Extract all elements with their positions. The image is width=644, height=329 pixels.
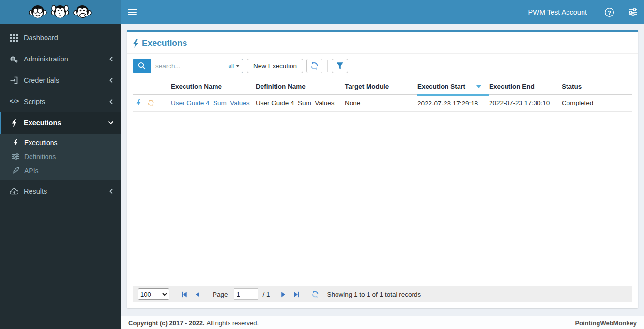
settings-sliders-icon[interactable] (623, 0, 642, 24)
search-group: all (133, 59, 243, 73)
total-pages-label: / 1 (263, 291, 270, 298)
pagination-refresh-button[interactable] (310, 289, 321, 299)
help-icon[interactable]: ? (599, 0, 619, 24)
submenu-item-apis[interactable]: APIs (0, 164, 121, 178)
submenu-item-label: Definitions (24, 153, 56, 161)
sidebar-item-label: Dashboard (24, 34, 58, 42)
column-header-execution-end[interactable]: Execution End (489, 79, 562, 95)
definition-name-cell: User Guide 4_Sum_Values (256, 95, 345, 111)
brand-logo[interactable] (0, 0, 121, 24)
bolt-icon (11, 139, 20, 146)
column-header-status[interactable]: Status (562, 79, 632, 95)
sidebar-item-scripts[interactable]: </> Scripts (0, 91, 121, 112)
column-header-actions (133, 79, 171, 95)
sort-desc-icon (476, 85, 481, 88)
sidebar-item-results[interactable]: Results (0, 180, 121, 202)
last-page-button[interactable] (291, 289, 302, 299)
chevron-left-icon (109, 77, 114, 83)
rocket-icon (11, 167, 20, 174)
search-icon (138, 62, 146, 70)
search-scope-dropdown[interactable]: all (228, 59, 240, 73)
sidebar-item-executions[interactable]: Executions (0, 112, 121, 134)
status-cell: Completed (562, 95, 632, 111)
application-window: PWM Test Account ? (0, 0, 644, 329)
svg-text:?: ? (608, 9, 611, 15)
chevron-left-icon (109, 188, 114, 194)
first-page-button[interactable] (179, 289, 189, 299)
execution-start-cell: 2022-07-23 17:29:18 (417, 95, 489, 111)
sidebar-item-label: Scripts (24, 98, 45, 105)
grid-icon (9, 34, 19, 42)
sidebar-item-credentials[interactable]: Credentials (0, 70, 121, 91)
submenu-item-definitions[interactable]: Definitions (0, 150, 121, 164)
sidebar-item-label: Executions (24, 119, 61, 127)
sidebar-item-label: Administration (24, 55, 68, 63)
sidebar-item-dashboard[interactable]: Dashboard (0, 27, 121, 48)
table-row: User Guide 4_Sum_Values User Guide 4_Sum… (133, 95, 632, 111)
bolt-icon (133, 39, 138, 48)
card-header: Executions (127, 32, 638, 54)
executions-submenu: Executions Definitions (0, 134, 121, 180)
rerun-refresh-icon[interactable] (147, 99, 154, 106)
column-header-execution-name[interactable]: Execution Name (171, 79, 256, 95)
content-area: Executions all (121, 24, 644, 316)
run-bolt-icon[interactable] (136, 99, 141, 106)
column-header-execution-start[interactable]: Execution Start (417, 79, 489, 95)
sidebar-item-label: Credentials (24, 76, 59, 84)
cloud-download-icon (9, 188, 19, 195)
column-header-target-module[interactable]: Target Module (345, 79, 417, 95)
toolbar-divider (327, 60, 328, 72)
chevron-down-icon (108, 120, 114, 125)
gears-icon (9, 55, 19, 63)
page-label: Page (213, 291, 228, 298)
three-monkeys-icon (27, 2, 94, 22)
toolbar: all New Execution (127, 54, 638, 79)
caret-down-icon (236, 65, 240, 67)
refresh-button[interactable] (306, 59, 322, 73)
search-button[interactable] (133, 59, 151, 73)
rights-text: All rights reserved. (207, 319, 259, 327)
page-footer: Copyright (c) 2017 - 2022.All rights res… (121, 316, 644, 329)
search-scope-value: all (228, 63, 234, 69)
next-page-button[interactable] (278, 289, 289, 299)
page-size-select[interactable]: 100 (138, 288, 169, 300)
navbar: PWM Test Account ? (121, 0, 644, 24)
sliders-icon (11, 153, 20, 160)
sidebar: Dashboard (0, 24, 121, 329)
execution-end-cell: 2022-07-23 17:30:10 (489, 95, 562, 111)
new-execution-button[interactable]: New Execution (247, 59, 303, 73)
copyright-text: Copyright (c) 2017 - 2022. (128, 319, 205, 327)
executions-card: Executions all (127, 30, 638, 308)
submenu-item-label: Executions (24, 139, 57, 147)
sign-in-icon (9, 76, 19, 84)
executions-table-wrap: Execution Name Definition Name Target Mo… (127, 79, 638, 112)
execution-name-link[interactable]: User Guide 4_Sum_Values (171, 99, 250, 106)
column-header-definition-name[interactable]: Definition Name (256, 79, 345, 95)
sidebar-toggle-button[interactable] (121, 0, 143, 24)
refresh-icon (310, 61, 319, 70)
sidebar-item-administration[interactable]: Administration (0, 48, 121, 70)
page-title: Executions (142, 38, 187, 48)
submenu-item-executions[interactable]: Executions (0, 135, 121, 150)
submenu-item-label: APIs (24, 167, 39, 175)
account-menu[interactable]: PWM Test Account (520, 0, 596, 24)
sidebar-item-label: Results (24, 187, 47, 195)
table-header-row: Execution Name Definition Name Target Mo… (133, 79, 632, 95)
target-module-cell: None (345, 95, 417, 111)
executions-table: Execution Name Definition Name Target Mo… (133, 79, 632, 112)
top-header: PWM Test Account ? (0, 0, 644, 24)
pagination-bar: 100 Page / 1 (133, 286, 632, 302)
chevron-left-icon (109, 99, 114, 105)
records-summary: Showing 1 to 1 of 1 total records (327, 291, 421, 298)
previous-page-button[interactable] (192, 289, 203, 299)
filter-button[interactable] (332, 59, 348, 73)
chevron-left-icon (109, 56, 114, 62)
footer-brand: PointingWebMonkey (575, 319, 637, 327)
code-icon: </> (9, 98, 19, 105)
page-number-input[interactable] (234, 288, 258, 300)
bolt-icon (9, 119, 19, 127)
filter-funnel-icon (336, 62, 344, 70)
